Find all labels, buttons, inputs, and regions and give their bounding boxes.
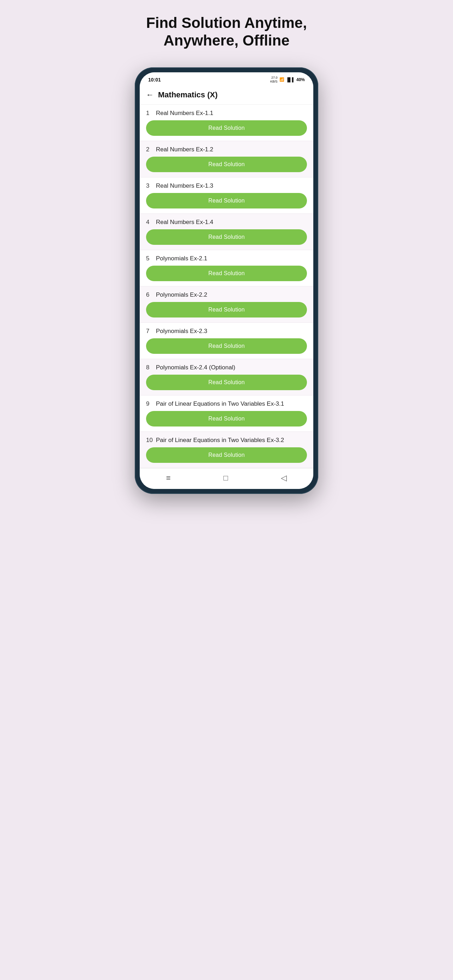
exercise-name: Pair of Linear Equations in Two Variable… [156,400,284,407]
read-solution-button[interactable]: Read Solution [146,193,307,208]
wifi-icon: 📶 [280,77,285,82]
exercise-list: 1Real Numbers Ex-1.1Read Solution2Real N… [140,105,313,468]
read-solution-button[interactable]: Read Solution [146,338,307,354]
read-solution-button[interactable]: Read Solution [146,266,307,281]
exercise-name: Pair of Linear Equations in Two Variable… [156,437,284,444]
read-solution-button[interactable]: Read Solution [146,229,307,245]
exercise-row: 8Polynomials Ex-2.4 (Optional) [146,364,307,371]
list-item: 6Polynomials Ex-2.2Read Solution [140,286,313,323]
exercise-name: Real Numbers Ex-1.3 [156,182,213,189]
exercise-row: 3Real Numbers Ex-1.3 [146,182,307,189]
read-solution-button[interactable]: Read Solution [146,447,307,463]
page-wrapper: Find Solution Anytime, Anywhere, Offline… [114,14,339,494]
exercise-number: 5 [146,255,156,262]
status-icons: 27.0 KB/S 📶 ▐▌▌ 40% [270,76,305,84]
list-item: 3Real Numbers Ex-1.3Read Solution [140,177,313,214]
list-item: 9Pair of Linear Equations in Two Variabl… [140,395,313,432]
exercise-name: Polynomials Ex-2.4 (Optional) [156,364,235,371]
exercise-number: 1 [146,110,156,117]
exercise-number: 10 [146,437,156,444]
exercise-row: 4Real Numbers Ex-1.4 [146,219,307,226]
exercise-name: Polynomials Ex-2.3 [156,328,207,335]
back-nav-icon[interactable]: ◁ [281,473,287,483]
app-header: ← Mathematics (X) [140,85,313,105]
exercise-name: Real Numbers Ex-1.2 [156,146,213,153]
exercise-name: Real Numbers Ex-1.1 [156,110,213,117]
list-item: 8Polynomials Ex-2.4 (Optional)Read Solut… [140,359,313,395]
battery-text: 40% [296,77,305,82]
exercise-number: 9 [146,400,156,407]
exercise-number: 2 [146,146,156,153]
exercise-row: 6Polynomials Ex-2.2 [146,291,307,298]
list-item: 10Pair of Linear Equations in Two Variab… [140,432,313,468]
exercise-name: Polynomials Ex-2.1 [156,255,207,262]
main-headline: Find Solution Anytime, Anywhere, Offline [114,14,339,50]
exercise-number: 8 [146,364,156,371]
exercise-row: 1Real Numbers Ex-1.1 [146,110,307,117]
read-solution-button[interactable]: Read Solution [146,120,307,136]
read-solution-button[interactable]: Read Solution [146,157,307,172]
phone-frame: 10:01 27.0 KB/S 📶 ▐▌▌ 40% ← Mathematics … [135,67,318,494]
phone-screen: 10:01 27.0 KB/S 📶 ▐▌▌ 40% ← Mathematics … [140,72,313,489]
nav-bar: ≡ □ ◁ [140,468,313,489]
list-item: 7Polynomials Ex-2.3Read Solution [140,323,313,359]
read-solution-button[interactable]: Read Solution [146,375,307,390]
list-item: 2Real Numbers Ex-1.2Read Solution [140,141,313,177]
list-item: 4Real Numbers Ex-1.4Read Solution [140,214,313,250]
read-solution-button[interactable]: Read Solution [146,302,307,318]
list-item: 5Polynomials Ex-2.1Read Solution [140,250,313,286]
exercise-row: 10Pair of Linear Equations in Two Variab… [146,437,307,444]
status-time: 10:01 [148,77,161,83]
exercise-number: 4 [146,219,156,226]
exercise-number: 3 [146,182,156,189]
exercise-row: 7Polynomials Ex-2.3 [146,328,307,335]
exercise-row: 2Real Numbers Ex-1.2 [146,146,307,153]
back-button[interactable]: ← [146,90,154,99]
signal-icon: ▐▌▌ [286,77,295,82]
status-kb: 27.0 KB/S [270,76,278,84]
exercise-number: 6 [146,291,156,298]
menu-icon[interactable]: ≡ [166,473,171,483]
exercise-row: 5Polynomials Ex-2.1 [146,255,307,262]
list-item: 1Real Numbers Ex-1.1Read Solution [140,105,313,141]
exercise-row: 9Pair of Linear Equations in Two Variabl… [146,400,307,407]
exercise-name: Real Numbers Ex-1.4 [156,219,213,226]
exercise-number: 7 [146,328,156,335]
status-bar: 10:01 27.0 KB/S 📶 ▐▌▌ 40% [140,72,313,86]
app-title: Mathematics (X) [158,90,218,99]
home-icon[interactable]: □ [223,473,228,483]
exercise-name: Polynomials Ex-2.2 [156,291,207,298]
read-solution-button[interactable]: Read Solution [146,411,307,426]
